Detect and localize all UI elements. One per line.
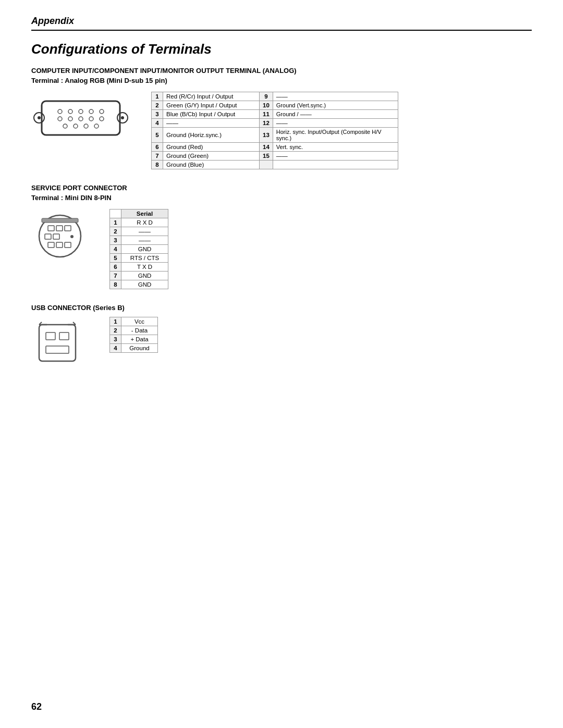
analog-label-left: Ground (Green) bbox=[163, 152, 260, 161]
service-value: GND bbox=[121, 280, 168, 289]
service-section: SERVICE PORT CONNECTOR Terminal : Mini D… bbox=[31, 184, 532, 289]
analog-table-row: 8Ground (Blue) bbox=[152, 161, 398, 169]
analog-label-left: Green (G/Y) Input / Output bbox=[163, 101, 260, 110]
service-pin: 4 bbox=[110, 245, 121, 254]
service-pin: 2 bbox=[110, 227, 121, 236]
svg-rect-25 bbox=[53, 234, 59, 239]
service-value: RTS / CTS bbox=[121, 254, 168, 263]
usb-connector-svg bbox=[31, 317, 83, 369]
service-connector-svg bbox=[31, 209, 89, 261]
analog-pin-right: 10 bbox=[260, 101, 273, 110]
usb-value: - Data bbox=[121, 326, 158, 335]
service-connector-image bbox=[31, 209, 94, 263]
svg-rect-23 bbox=[65, 226, 71, 231]
analog-connector-image bbox=[31, 92, 136, 144]
page-title: Configurations of Terminals bbox=[31, 41, 532, 57]
analog-table-row: 3Blue (B/Cb) Input / Output11Ground / —— bbox=[152, 110, 398, 119]
svg-point-12 bbox=[79, 117, 83, 121]
analog-label-left: Blue (B/Cb) Input / Output bbox=[163, 110, 260, 119]
analog-section: COMPUTER INPUT/COMPONENT INPUT/MONITOR O… bbox=[31, 67, 532, 169]
svg-rect-35 bbox=[46, 332, 55, 340]
usb-connector-image bbox=[31, 317, 94, 371]
svg-point-29 bbox=[70, 235, 74, 238]
service-table-row: 6T X D bbox=[110, 263, 168, 272]
usb-table-row: 2- Data bbox=[110, 326, 158, 335]
svg-rect-36 bbox=[59, 332, 69, 340]
svg-rect-0 bbox=[42, 101, 120, 135]
svg-point-5 bbox=[58, 109, 62, 114]
service-sub-heading: Terminal : Mini DIN 8-PIN bbox=[31, 194, 532, 202]
analog-label-left: Ground (Blue) bbox=[163, 161, 260, 169]
service-value: R X D bbox=[121, 218, 168, 227]
analog-label-right bbox=[273, 161, 398, 169]
service-value: GND bbox=[121, 272, 168, 280]
analog-pin-left: 7 bbox=[152, 152, 163, 161]
analog-table-row: 6Ground (Red)14Vert. sync. bbox=[152, 143, 398, 152]
analog-pin-right: 13 bbox=[260, 128, 273, 143]
svg-point-6 bbox=[68, 109, 72, 114]
usb-pin: 2 bbox=[110, 326, 121, 335]
service-pin: 6 bbox=[110, 263, 121, 272]
page-number: 62 bbox=[31, 701, 42, 712]
usb-section: USB CONNECTOR (Series B) bbox=[31, 304, 532, 371]
analog-pin-right: 9 bbox=[260, 92, 273, 101]
analog-pin-left: 3 bbox=[152, 110, 163, 119]
analog-layout: 1Red (R/Cr) Input / Output9——2Green (G/Y… bbox=[31, 92, 532, 169]
analog-pin-left: 1 bbox=[152, 92, 163, 101]
analog-table: 1Red (R/Cr) Input / Output9——2Green (G/Y… bbox=[151, 92, 398, 169]
usb-table-row: 4Ground bbox=[110, 344, 158, 353]
analog-pin-left: 8 bbox=[152, 161, 163, 169]
usb-heading: USB CONNECTOR (Series B) bbox=[31, 304, 532, 312]
analog-pin-right: 12 bbox=[260, 119, 273, 128]
analog-connector-svg bbox=[31, 92, 130, 144]
usb-table-row: 1Vcc bbox=[110, 317, 158, 326]
analog-heading: COMPUTER INPUT/COMPONENT INPUT/MONITOR O… bbox=[31, 67, 532, 75]
service-heading: SERVICE PORT CONNECTOR bbox=[31, 184, 532, 192]
service-value: GND bbox=[121, 245, 168, 254]
svg-point-2 bbox=[38, 116, 41, 119]
analog-label-right: Horiz. sync. Input/Output (Composite H/V… bbox=[273, 128, 398, 143]
service-table-row: 7GND bbox=[110, 272, 168, 280]
svg-rect-20 bbox=[42, 218, 78, 223]
service-value: —— bbox=[121, 227, 168, 236]
appendix-header: Appendix bbox=[31, 16, 532, 31]
analog-label-right: Ground / —— bbox=[273, 110, 398, 119]
analog-label-left: —— bbox=[163, 119, 260, 128]
analog-pin-right: 11 bbox=[260, 110, 273, 119]
analog-label-right: —— bbox=[273, 152, 398, 161]
svg-point-17 bbox=[84, 124, 88, 128]
svg-rect-27 bbox=[56, 242, 63, 248]
analog-table-row: 1Red (R/Cr) Input / Output9—— bbox=[152, 92, 398, 101]
svg-point-18 bbox=[94, 124, 99, 128]
svg-rect-22 bbox=[56, 226, 63, 231]
usb-value: Vcc bbox=[121, 317, 158, 326]
analog-label-left: Ground (Red) bbox=[163, 143, 260, 152]
analog-pin-left: 4 bbox=[152, 119, 163, 128]
svg-point-8 bbox=[89, 109, 93, 114]
analog-table-row: 7Ground (Green)15—— bbox=[152, 152, 398, 161]
usb-value: Ground bbox=[121, 344, 158, 353]
analog-label-right: Vert. sync. bbox=[273, 143, 398, 152]
svg-point-16 bbox=[74, 124, 78, 128]
analog-label-left: Red (R/Cr) Input / Output bbox=[163, 92, 260, 101]
usb-table: 1Vcc2- Data3+ Data4Ground bbox=[109, 317, 158, 353]
usb-table-row: 3+ Data bbox=[110, 335, 158, 344]
usb-layout: 1Vcc2- Data3+ Data4Ground bbox=[31, 317, 532, 371]
service-table: Serial 1R X D2——3——4GND5RTS / CTS6T X D7… bbox=[109, 209, 168, 289]
service-table-row: 3—— bbox=[110, 236, 168, 245]
analog-pin-left: 6 bbox=[152, 143, 163, 152]
service-table-row: 4GND bbox=[110, 245, 168, 254]
svg-point-4 bbox=[121, 116, 124, 119]
analog-label-right: —— bbox=[273, 119, 398, 128]
svg-point-13 bbox=[89, 117, 93, 121]
analog-table-row: 5Ground (Horiz.sync.)13Horiz. sync. Inpu… bbox=[152, 128, 398, 143]
analog-pin-right: 14 bbox=[260, 143, 273, 152]
service-table-row: 8GND bbox=[110, 280, 168, 289]
analog-label-right: Ground (Vert.sync.) bbox=[273, 101, 398, 110]
svg-rect-37 bbox=[46, 346, 69, 353]
svg-rect-24 bbox=[45, 234, 51, 239]
analog-table-row: 2Green (G/Y) Input / Output10Ground (Ver… bbox=[152, 101, 398, 110]
usb-pin: 3 bbox=[110, 335, 121, 344]
service-pin: 5 bbox=[110, 254, 121, 263]
analog-pin-left: 5 bbox=[152, 128, 163, 143]
